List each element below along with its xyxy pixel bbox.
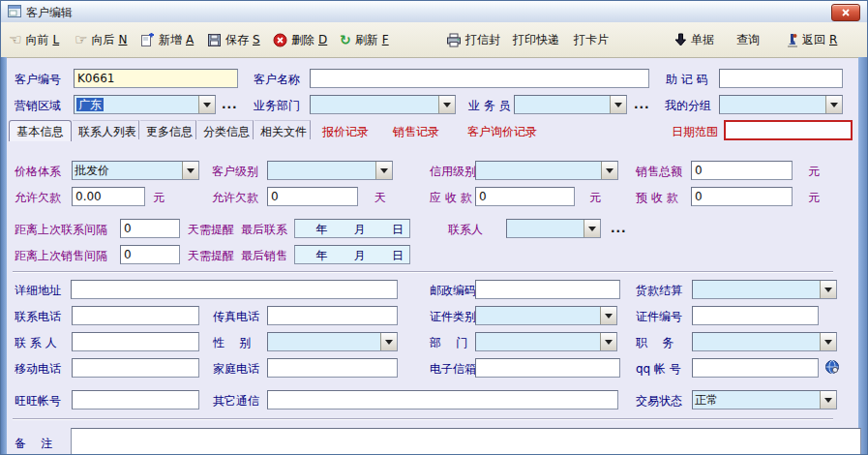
next-button[interactable]: ☞ 向后N bbox=[75, 30, 127, 49]
phone-input[interactable] bbox=[72, 306, 199, 325]
chevron-down-icon[interactable] bbox=[584, 220, 600, 237]
address-input[interactable] bbox=[71, 280, 398, 299]
print-express-button[interactable]: 打印快递 bbox=[513, 30, 559, 49]
qq-label: qq 帐 号 bbox=[636, 361, 681, 378]
chevron-down-icon[interactable] bbox=[182, 162, 198, 179]
id-no-input[interactable] bbox=[692, 306, 819, 325]
documents-button[interactable]: 单据 bbox=[674, 30, 714, 49]
email-input[interactable] bbox=[475, 358, 620, 378]
gender-combobox[interactable] bbox=[267, 332, 398, 351]
print-card-button[interactable]: 打卡片 bbox=[574, 30, 609, 49]
chevron-down-icon[interactable] bbox=[380, 333, 397, 350]
sales-interval-input[interactable] bbox=[120, 245, 180, 264]
return-button[interactable]: 返回R bbox=[787, 30, 837, 49]
new-button[interactable]: 新增A bbox=[140, 30, 194, 49]
chevron-down-icon[interactable] bbox=[825, 96, 842, 113]
delete-accel: D bbox=[318, 33, 327, 46]
print-envelope-button[interactable]: 打信封 bbox=[446, 30, 500, 49]
chevron-down-icon[interactable] bbox=[600, 333, 616, 350]
settle-combobox[interactable] bbox=[692, 280, 837, 299]
my-group-combobox[interactable] bbox=[719, 95, 843, 114]
tab-related-files[interactable]: 相关文件 bbox=[254, 120, 311, 139]
postal-label: 邮政编码 bbox=[430, 283, 476, 299]
home-phone-input[interactable] bbox=[267, 358, 398, 378]
dept-value bbox=[476, 333, 600, 350]
salesman-combobox[interactable] bbox=[514, 95, 627, 114]
dept-label: 部 门 bbox=[430, 335, 467, 351]
dept-combobox[interactable] bbox=[475, 332, 617, 351]
sales-interval-label: 距离上次销售间隔 bbox=[15, 248, 107, 264]
chevron-down-icon[interactable] bbox=[820, 333, 836, 350]
allow-debt-days-input[interactable] bbox=[267, 187, 358, 206]
save-button[interactable]: 保存S bbox=[207, 30, 260, 49]
remark-textarea[interactable] bbox=[71, 428, 861, 455]
hand-left-icon: ☜ bbox=[9, 33, 21, 46]
chevron-down-icon[interactable] bbox=[438, 96, 455, 113]
customer-level-combobox[interactable] bbox=[267, 161, 393, 180]
contact-name-input[interactable] bbox=[72, 332, 199, 351]
date-range-input[interactable] bbox=[724, 120, 853, 140]
last-sale-date-field[interactable]: 年 月 日 bbox=[294, 245, 410, 264]
credit-level-combobox[interactable] bbox=[475, 161, 618, 180]
contact-combobox[interactable] bbox=[506, 219, 601, 238]
customer-level-label: 客户级别 bbox=[212, 164, 258, 180]
customer-no-input[interactable] bbox=[74, 69, 238, 88]
postal-input[interactable] bbox=[475, 280, 620, 299]
refresh-button[interactable]: ↻ 刷新F bbox=[340, 30, 389, 49]
fax-input[interactable] bbox=[267, 306, 398, 325]
last-contact-date-field[interactable]: 年 月 日 bbox=[294, 219, 410, 238]
sales-records-link[interactable]: 销售记录 bbox=[393, 124, 439, 140]
wangwang-input[interactable] bbox=[72, 390, 199, 410]
print-express-label: 打印快递 bbox=[513, 32, 559, 48]
prev-button[interactable]: ☜ 向前L bbox=[9, 30, 59, 49]
chevron-down-icon[interactable] bbox=[198, 96, 215, 113]
close-button[interactable] bbox=[831, 4, 860, 21]
advance-input[interactable] bbox=[691, 187, 793, 206]
other-comm-label: 其它通信 bbox=[213, 393, 259, 410]
chevron-down-icon[interactable] bbox=[375, 162, 392, 179]
delete-icon bbox=[273, 33, 287, 47]
status-combobox[interactable]: 正常 bbox=[692, 390, 837, 410]
price-system-combobox[interactable]: 批发价 bbox=[72, 161, 199, 180]
department-combobox[interactable] bbox=[310, 95, 456, 114]
region-combobox[interactable]: 广东 bbox=[74, 95, 216, 114]
job-combobox[interactable] bbox=[692, 332, 837, 351]
globe-icon[interactable] bbox=[824, 359, 840, 375]
mnemonic-input[interactable] bbox=[719, 69, 843, 88]
mobile-label: 移动电话 bbox=[15, 361, 61, 378]
chevron-down-icon[interactable] bbox=[610, 96, 626, 113]
query-button[interactable]: 查询 bbox=[736, 30, 760, 49]
quote-records-link[interactable]: 报价记录 bbox=[322, 124, 369, 140]
wangwang-label: 旺旺帐号 bbox=[15, 393, 61, 410]
tab-contact-list[interactable]: 联系人列表 bbox=[73, 120, 139, 139]
email-label: 电子信箱 bbox=[430, 361, 476, 378]
id-type-combobox[interactable] bbox=[475, 306, 617, 325]
salesman-browse-button[interactable]: ... bbox=[634, 98, 650, 111]
remark-label: 备 注 bbox=[15, 436, 52, 452]
chevron-down-icon[interactable] bbox=[601, 162, 617, 179]
prev-accel: L bbox=[52, 33, 59, 46]
inquiry-records-link[interactable]: 客户询价记录 bbox=[467, 124, 537, 140]
down-arrow-icon bbox=[674, 33, 687, 46]
tab-basic-info[interactable]: 基本信息 bbox=[9, 120, 72, 141]
contact-browse-button[interactable]: ... bbox=[611, 222, 627, 235]
receivable-input[interactable] bbox=[475, 187, 575, 206]
allow-debt-amount-input[interactable] bbox=[72, 187, 145, 206]
other-comm-input[interactable] bbox=[267, 390, 618, 410]
tab-category-info[interactable]: 分类信息 bbox=[197, 120, 254, 139]
chevron-down-icon[interactable] bbox=[600, 307, 616, 324]
qq-input[interactable] bbox=[692, 358, 819, 378]
tab-more-info[interactable]: 更多信息 bbox=[140, 120, 196, 139]
total-sales-input[interactable] bbox=[691, 161, 793, 180]
chevron-down-icon[interactable] bbox=[820, 281, 836, 298]
region-browse-button[interactable]: ... bbox=[222, 98, 238, 111]
printer-icon bbox=[446, 33, 462, 47]
delete-button[interactable]: 删除D bbox=[273, 30, 327, 49]
chevron-down-icon[interactable] bbox=[820, 391, 836, 409]
mobile-input[interactable] bbox=[72, 358, 199, 378]
window-title: 客户编辑 bbox=[26, 5, 73, 21]
contact-interval-input[interactable] bbox=[120, 219, 180, 238]
floppy-disk-icon bbox=[207, 33, 222, 47]
contact-interval-suffix: 天需提醒 bbox=[188, 222, 234, 238]
customer-name-input[interactable] bbox=[310, 69, 649, 88]
